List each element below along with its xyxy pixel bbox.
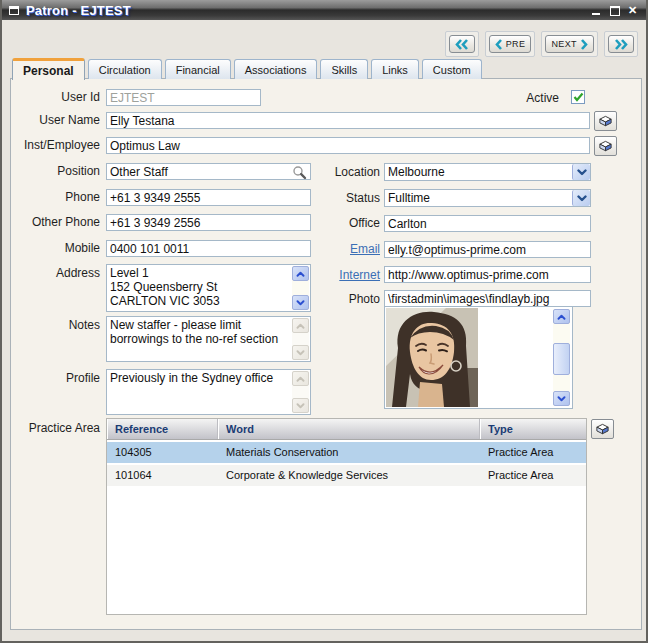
double-chevron-right-icon <box>614 39 628 50</box>
office-field[interactable] <box>384 215 591 232</box>
scroll-down-icon <box>292 345 309 360</box>
scroll-up-icon <box>292 371 309 386</box>
window-title: Patron - EJTEST <box>26 3 131 18</box>
inst-employee-lookup-button[interactable] <box>594 136 617 156</box>
practice-area-lookup-button[interactable] <box>591 419 614 439</box>
office-label: Office <box>261 215 380 232</box>
location-dropdown-button[interactable] <box>572 164 590 180</box>
cell-word: Materials Conservation <box>218 442 480 463</box>
window-menu-icon[interactable] <box>9 6 19 15</box>
phone-label: Phone <box>11 189 100 206</box>
practice-area-table: Reference Word Type 104305 Materials Con… <box>106 418 587 615</box>
position-label: Position <box>11 163 100 180</box>
scroll-down-icon[interactable] <box>553 391 570 406</box>
cell-reference: 104305 <box>107 442 218 463</box>
cell-reference: 101064 <box>107 465 218 486</box>
tab-links[interactable]: Links <box>371 59 419 79</box>
patron-photo <box>386 308 478 407</box>
status-dropdown-button[interactable] <box>572 190 590 206</box>
tab-custom[interactable]: Custom <box>422 59 482 79</box>
user-name-label: User Name <box>11 112 100 129</box>
photo-viewer <box>384 306 573 409</box>
cell-type: Practice Area <box>480 465 586 486</box>
location-label: Location <box>261 164 380 181</box>
active-label: Active <box>459 90 559 107</box>
scrollbar-thumb[interactable] <box>553 343 570 375</box>
status-value: Fulltime <box>388 191 430 206</box>
book-icon <box>595 423 610 436</box>
chevron-down-icon <box>577 195 587 202</box>
email-link[interactable]: Email <box>261 241 380 258</box>
book-icon <box>598 115 613 128</box>
internet-link[interactable]: Internet <box>261 267 380 284</box>
inst-employee-label: Inst/Employee <box>11 137 100 154</box>
scroll-down-icon <box>292 398 309 413</box>
other-phone-label: Other Phone <box>11 214 100 231</box>
book-icon <box>598 140 613 153</box>
check-icon <box>573 92 584 102</box>
notes-textarea[interactable]: New staffer - please limit borrowings to… <box>107 317 292 361</box>
mobile-label: Mobile <box>11 240 100 257</box>
status-label: Status <box>261 190 380 207</box>
table-header-row: Reference Word Type <box>107 419 586 440</box>
first-record-button[interactable] <box>449 35 475 53</box>
tab-financial[interactable]: Financial <box>165 59 231 79</box>
titlebar: Patron - EJTEST ✕ <box>0 0 648 20</box>
minimize-icon[interactable] <box>591 5 602 16</box>
column-header-type[interactable]: Type <box>480 419 586 439</box>
photo-label: Photo <box>261 291 380 308</box>
column-header-reference[interactable]: Reference <box>107 419 218 439</box>
practice-area-label: Practice Area <box>11 420 100 437</box>
notes-textarea-wrap: New staffer - please limit borrowings to… <box>106 316 311 362</box>
location-value: Melbourne <box>388 165 445 180</box>
patron-window: Patron - EJTEST ✕ PRE NEXT <box>0 0 648 643</box>
table-row[interactable]: 104305 Materials Conservation Practice A… <box>107 442 586 463</box>
user-id-field[interactable] <box>106 89 261 106</box>
double-chevron-left-icon <box>455 39 469 50</box>
internet-field[interactable] <box>384 266 591 283</box>
profile-scrollbar <box>292 371 309 413</box>
profile-label: Profile <box>11 370 100 387</box>
notes-label: Notes <box>11 317 100 334</box>
address-label: Address <box>11 265 100 282</box>
active-checkbox[interactable] <box>571 90 585 104</box>
profile-textarea[interactable]: Previously in the Sydney office <box>107 370 292 414</box>
photo-scrollbar[interactable] <box>553 309 570 406</box>
user-name-lookup-button[interactable] <box>594 111 617 131</box>
previous-record-button[interactable]: PRE <box>489 35 532 53</box>
chevron-down-icon <box>577 169 587 176</box>
close-icon[interactable]: ✕ <box>627 5 638 16</box>
table-row[interactable]: 101064 Corporate & Knowledge Services Pr… <box>107 465 586 486</box>
tab-personal[interactable]: Personal <box>12 58 85 80</box>
tab-bar: Personal Circulation Financial Associati… <box>12 58 485 79</box>
email-field[interactable] <box>384 241 591 258</box>
personal-tab-panel: User Id Active User Name Inst/Employee <box>10 78 642 630</box>
cell-type: Practice Area <box>480 442 586 463</box>
scroll-up-icon <box>292 318 309 333</box>
next-record-button[interactable]: NEXT <box>545 35 594 53</box>
column-header-word[interactable]: Word <box>218 419 480 439</box>
chevron-right-icon <box>580 39 588 50</box>
tab-associations[interactable]: Associations <box>234 59 318 79</box>
scroll-up-icon[interactable] <box>553 309 570 324</box>
photo-path-field[interactable] <box>384 290 591 307</box>
profile-textarea-wrap: Previously in the Sydney office <box>106 369 311 415</box>
notes-scrollbar <box>292 318 309 360</box>
tab-circulation[interactable]: Circulation <box>88 59 162 79</box>
previous-record-label: PRE <box>506 39 526 49</box>
cell-word: Corporate & Knowledge Services <box>218 465 480 486</box>
last-record-button[interactable] <box>608 35 634 53</box>
location-select[interactable]: Melbourne <box>384 163 591 181</box>
chevron-left-icon <box>495 39 503 50</box>
next-record-label: NEXT <box>551 39 577 49</box>
inst-employee-field[interactable] <box>106 137 590 154</box>
user-id-label: User Id <box>11 89 100 106</box>
user-name-field[interactable] <box>106 112 590 129</box>
maximize-icon[interactable] <box>609 5 620 16</box>
status-select[interactable]: Fulltime <box>384 189 591 207</box>
record-nav: PRE NEXT <box>445 31 638 57</box>
tab-skills[interactable]: Skills <box>320 59 368 79</box>
